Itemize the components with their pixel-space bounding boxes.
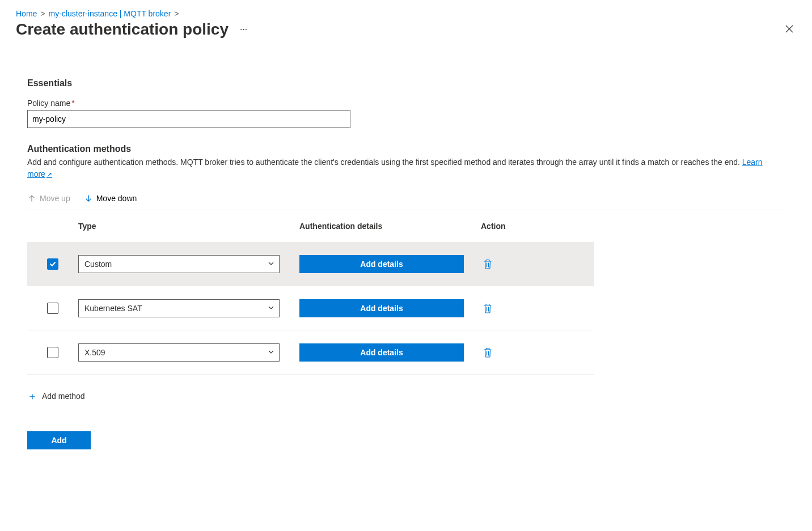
column-header-details: Authentication details bbox=[299, 222, 481, 231]
move-up-button[interactable]: Move up bbox=[27, 193, 70, 204]
add-button[interactable]: Add bbox=[27, 431, 91, 449]
breadcrumb: Home > my-cluster-instance | MQTT broker… bbox=[16, 9, 796, 18]
chevron-down-icon bbox=[268, 348, 274, 357]
row-checkbox[interactable] bbox=[47, 303, 58, 314]
add-details-button[interactable]: Add details bbox=[299, 299, 464, 317]
table-row: Custom Add details bbox=[27, 242, 594, 286]
delete-row-button[interactable] bbox=[481, 345, 494, 360]
type-select[interactable]: X.509 bbox=[78, 343, 280, 362]
page-title: Create authentication policy bbox=[16, 20, 229, 39]
arrow-up-icon bbox=[27, 194, 36, 203]
breadcrumb-home[interactable]: Home bbox=[16, 9, 37, 18]
move-down-button[interactable]: Move down bbox=[84, 193, 137, 204]
auth-methods-heading: Authentication methods bbox=[27, 144, 787, 154]
essentials-heading: Essentials bbox=[27, 78, 787, 88]
auth-methods-description: Add and configure authentication methods… bbox=[27, 156, 787, 180]
close-icon bbox=[785, 24, 794, 33]
external-link-icon: ↗ bbox=[46, 171, 52, 179]
arrow-down-icon bbox=[84, 194, 93, 203]
policy-name-input[interactable] bbox=[27, 110, 350, 128]
chevron-down-icon bbox=[268, 260, 274, 269]
add-method-button[interactable]: ＋ Add method bbox=[27, 387, 787, 405]
add-details-button[interactable]: Add details bbox=[299, 343, 464, 362]
column-header-type: Type bbox=[78, 222, 299, 231]
table-row: X.509 Add details bbox=[27, 330, 594, 375]
delete-row-button[interactable] bbox=[481, 257, 494, 271]
table-row: Kubernetes SAT Add details bbox=[27, 286, 594, 330]
more-actions-button[interactable]: ··· bbox=[238, 22, 249, 37]
row-checkbox[interactable] bbox=[47, 347, 58, 358]
auth-methods-table: Type Authentication details Action Custo… bbox=[27, 210, 594, 375]
chevron-down-icon bbox=[268, 304, 274, 313]
type-select[interactable]: Kubernetes SAT bbox=[78, 299, 280, 317]
policy-name-label: Policy name* bbox=[27, 99, 787, 108]
plus-icon: ＋ bbox=[27, 389, 36, 403]
required-indicator: * bbox=[71, 99, 74, 108]
type-select-value: Custom bbox=[84, 260, 112, 269]
trash-icon bbox=[483, 259, 492, 269]
breadcrumb-cluster[interactable]: my-cluster-instance | MQTT broker bbox=[49, 9, 171, 18]
type-select-value: X.509 bbox=[84, 348, 105, 357]
column-header-action: Action bbox=[481, 222, 594, 231]
delete-row-button[interactable] bbox=[481, 301, 494, 316]
trash-icon bbox=[483, 347, 492, 358]
type-select[interactable]: Custom bbox=[78, 255, 280, 273]
add-details-button[interactable]: Add details bbox=[299, 255, 464, 273]
breadcrumb-separator: > bbox=[40, 9, 45, 18]
close-button[interactable] bbox=[783, 22, 796, 37]
type-select-value: Kubernetes SAT bbox=[84, 304, 142, 313]
breadcrumb-separator: > bbox=[174, 9, 179, 18]
trash-icon bbox=[483, 303, 492, 313]
row-checkbox[interactable] bbox=[47, 258, 58, 270]
